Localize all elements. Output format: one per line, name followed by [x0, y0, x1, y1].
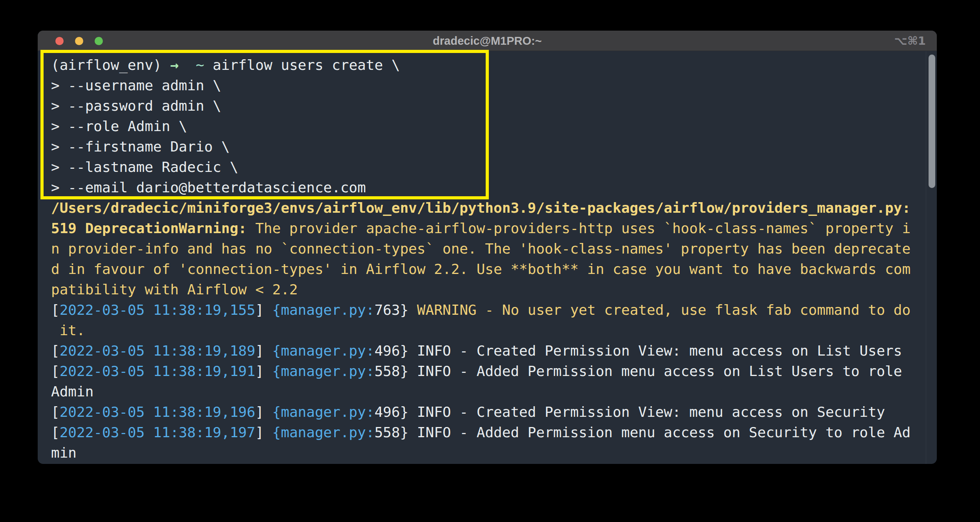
terminal-text-segment: ] [255, 424, 272, 440]
window-title: dradecic@M1PRO:~ [38, 31, 937, 51]
terminal-text-segment: } [400, 363, 417, 379]
terminal-text-segment: 558 [375, 363, 400, 379]
terminal-window: dradecic@M1PRO:~ ⌥⌘1 (airflow_env) → ~ a… [38, 31, 937, 464]
terminal-text-segment: } [400, 424, 417, 440]
terminal-text-segment: 519 DeprecationWarning: [51, 220, 247, 236]
terminal-text-segment: min [51, 445, 77, 461]
terminal-text-segment: > --email dario@betterdatascience.com [51, 179, 366, 195]
terminal-text-segment: {manager.py: [272, 363, 375, 379]
terminal-text-segment: ] [255, 404, 272, 420]
terminal-text-segment: ] [255, 343, 272, 359]
terminal-text-segment: patibility with Airflow < 2.2 [51, 281, 298, 298]
terminal-text-segment: } [400, 343, 417, 359]
terminal-text-segment: WARNING - No user yet created, use flask… [417, 302, 911, 318]
terminal-text-segment: [ [51, 404, 60, 420]
terminal-text-segment: 763 [375, 302, 400, 318]
terminal-text-segment: n provider-info and has no `connection-t… [51, 241, 911, 257]
terminal-text-segment: > --role Admin \ [51, 118, 187, 134]
terminal-line: [2022-03-05 11:38:19,191] {manager.py:55… [51, 361, 921, 381]
terminal-text-segment: 2022-03-05 11:38:19,196 [60, 404, 256, 420]
terminal-text-segment: 2022-03-05 11:38:19,191 [60, 363, 256, 379]
terminal-text-segment: 496 [375, 404, 400, 420]
terminal-text-segment: 496 [375, 343, 400, 359]
terminal-line: > --lastname Radecic \ [51, 157, 921, 177]
terminal-text-segment: > --lastname Radecic \ [51, 159, 238, 175]
terminal-line: [2022-03-05 11:38:19,189] {manager.py:49… [51, 341, 921, 361]
terminal-line: (airflow_env) → ~ airflow users create \ [51, 55, 921, 75]
terminal-line: > --role Admin \ [51, 116, 921, 137]
terminal-line: 519 DeprecationWarning: The provider apa… [51, 218, 921, 239]
terminal-text-segment: [ [51, 363, 60, 379]
terminal-text-segment: [ [51, 424, 60, 440]
terminal-text-segment: [ [51, 343, 60, 359]
terminal-text-segment: > --password admin \ [51, 98, 221, 114]
terminal-line: d in favour of 'connection-types' in Air… [51, 259, 921, 279]
terminal-text-segment: } [400, 404, 417, 420]
terminal-text-segment: {manager.py: [272, 404, 375, 420]
terminal-text-segment: > --firstname Dario \ [51, 139, 230, 155]
terminal-text-segment: it. [51, 322, 85, 338]
terminal-line: > --firstname Dario \ [51, 137, 921, 157]
terminal-line: patibility with Airflow < 2.2 [51, 279, 921, 300]
terminal-line: n provider-info and has no `connection-t… [51, 239, 921, 259]
desktop-background: dradecic@M1PRO:~ ⌥⌘1 (airflow_env) → ~ a… [0, 0, 980, 522]
terminal-text-segment: d in favour of 'connection-types' in Air… [51, 261, 911, 277]
terminal-text-segment: } [400, 302, 417, 318]
terminal-text-segment: > --username admin \ [51, 77, 221, 93]
terminal-line: Admin [51, 381, 921, 402]
terminal-text-segment: INFO - Created Permission View: menu acc… [417, 404, 885, 420]
terminal-text-segment: 2022-03-05 11:38:19,189 [60, 343, 256, 359]
terminal-text-segment: INFO - Created Permission View: menu acc… [417, 343, 902, 359]
terminal-text-segment: {manager.py: [272, 424, 375, 440]
terminal-line: min [51, 443, 921, 463]
terminal-text-segment: The provider apache-airflow-providers-ht… [247, 220, 911, 236]
terminal-text-segment: airflow users create \ [204, 57, 400, 73]
terminal-text-segment: [ [51, 302, 60, 318]
terminal-text-segment: {manager.py: [272, 343, 375, 359]
terminal-text-segment: (airflow_env) [51, 57, 170, 73]
terminal-line: > --username admin \ [51, 75, 921, 96]
terminal-line: [2022-03-05 11:38:19,155] {manager.py:76… [51, 300, 921, 320]
terminal-text-segment: 558 [375, 424, 400, 440]
terminal-text-segment: 2022-03-05 11:38:19,155 [60, 302, 256, 318]
terminal-line: /Users/dradecic/miniforge3/envs/airflow_… [51, 198, 921, 218]
terminal-text-segment [179, 57, 196, 73]
scrollbar-track[interactable] [926, 51, 937, 464]
terminal-text-segment: {manager.py: [272, 302, 375, 318]
terminal-text-segment: ] [255, 363, 272, 379]
terminal-line: [2022-03-05 11:38:19,196] {manager.py:49… [51, 402, 921, 422]
terminal-text-segment: 2022-03-05 11:38:19,197 [60, 424, 256, 440]
terminal-line: it. [51, 320, 921, 341]
terminal-text-segment: INFO - Added Permission menu access on S… [417, 424, 911, 440]
terminal-text-segment: ] [255, 302, 272, 318]
terminal-content[interactable]: (airflow_env) → ~ airflow users create \… [38, 51, 937, 464]
scrollbar-thumb[interactable] [929, 55, 935, 188]
terminal-text-segment: INFO - Added Permission menu access on L… [417, 363, 902, 379]
terminal-line: > --email dario@betterdatascience.com [51, 177, 921, 198]
terminal-line: [2022-03-05 11:38:19,197] {manager.py:55… [51, 422, 921, 443]
titlebar[interactable]: dradecic@M1PRO:~ ⌥⌘1 [38, 31, 937, 51]
tab-shortcut-label: ⌥⌘1 [894, 31, 926, 51]
terminal-line: > --password admin \ [51, 96, 921, 116]
terminal-text-segment: → [170, 57, 179, 73]
terminal-text-segment: Admin [51, 383, 93, 400]
terminal-text-segment: /Users/dradecic/miniforge3/envs/airflow_… [51, 200, 911, 216]
terminal-text-segment: ~ [196, 57, 204, 73]
